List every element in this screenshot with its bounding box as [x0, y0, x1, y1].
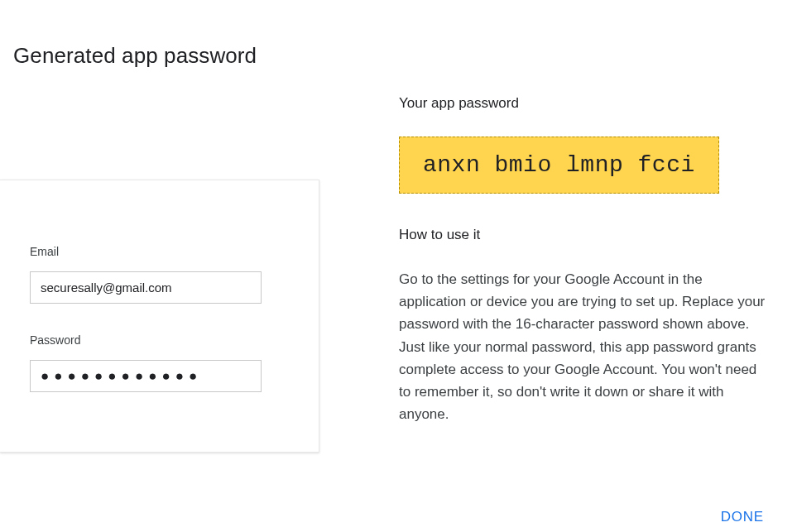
instructions-panel: Your app password anxn bmio lmnp fcci Ho…: [399, 95, 771, 453]
instructions-para-1: Go to the settings for your Google Accou…: [399, 271, 765, 332]
content-area: Email Password ●●●●●●●●●●●● Your app pas…: [0, 95, 797, 453]
page-title: Generated app password: [0, 0, 797, 69]
app-password-heading: Your app password: [399, 95, 771, 112]
done-button[interactable]: DONE: [711, 502, 774, 532]
generated-password-box: anxn bmio lmnp fcci: [399, 137, 719, 194]
email-input[interactable]: [30, 271, 262, 304]
password-field-group: Password ●●●●●●●●●●●●: [30, 333, 289, 392]
password-label: Password: [30, 333, 289, 347]
instructions-text: Go to the settings for your Google Accou…: [399, 268, 771, 425]
email-label: Email: [30, 245, 289, 258]
how-to-use-heading: How to use it: [399, 227, 771, 243]
password-input[interactable]: ●●●●●●●●●●●●: [30, 360, 262, 392]
credentials-card: Email Password ●●●●●●●●●●●●: [0, 180, 319, 453]
instructions-para-2: Just like your normal password, this app…: [399, 339, 756, 423]
email-field-group: Email: [30, 245, 289, 304]
